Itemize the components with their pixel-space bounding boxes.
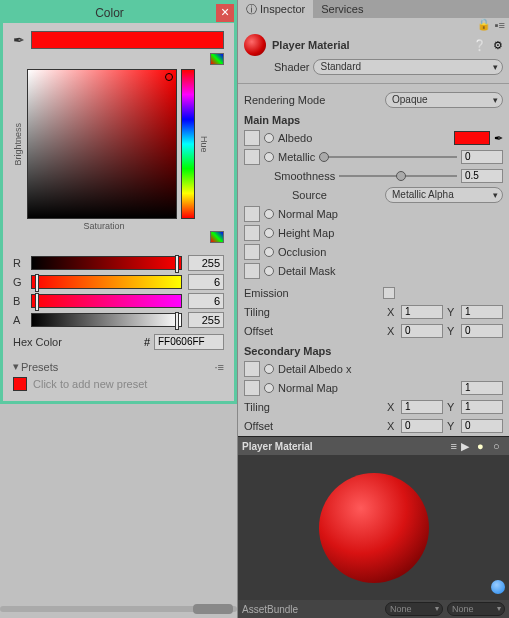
source-label: Source (292, 189, 327, 201)
light-icon[interactable]: ● (477, 440, 489, 452)
detail-albedo-radio[interactable] (264, 364, 274, 374)
g-label: G (13, 276, 25, 288)
palette-icon[interactable] (210, 53, 224, 65)
info-icon: ⓘ (246, 2, 257, 17)
metallic-radio[interactable] (264, 152, 274, 162)
shader-dropdown[interactable]: Standard (313, 59, 503, 75)
preset-swatch[interactable] (13, 377, 27, 391)
tab-services[interactable]: Services (313, 0, 371, 18)
tiling2-x[interactable]: 1 (401, 400, 443, 414)
tiling2-y[interactable]: 1 (461, 400, 503, 414)
rendering-mode-dropdown[interactable]: Opaque (385, 92, 503, 108)
scroll-thumb[interactable] (193, 604, 233, 614)
heightmap-radio[interactable] (264, 228, 274, 238)
normalmap-texture-slot[interactable] (244, 206, 260, 222)
albedo-texture-slot[interactable] (244, 130, 260, 146)
metallic-label: Metallic (278, 151, 315, 163)
material-name: Player Material (272, 39, 467, 51)
help-icon[interactable]: ❔ (473, 39, 487, 52)
r-value[interactable]: 255 (188, 255, 224, 271)
detailmask-radio[interactable] (264, 266, 274, 276)
light-gizmo-icon[interactable] (491, 580, 505, 594)
tiling-y[interactable]: 1 (461, 305, 503, 319)
assetbundle-variant-dropdown[interactable]: None (447, 602, 505, 616)
close-button[interactable]: × (216, 4, 234, 22)
occlusion-radio[interactable] (264, 247, 274, 257)
saturation-value-area[interactable] (27, 69, 177, 219)
normalmap2-value[interactable]: 1 (461, 381, 503, 395)
material-preview: Player Material ≡ ▶ ● ○ AssetBundle None… (238, 436, 509, 618)
b-label: B (13, 295, 25, 307)
current-color-swatch (31, 31, 224, 49)
emission-label: Emission (244, 287, 289, 299)
preview-title: Player Material (242, 441, 447, 452)
detail-albedo-slot[interactable] (244, 361, 260, 377)
normalmap-radio[interactable] (264, 209, 274, 219)
smoothness-value[interactable]: 0.5 (461, 169, 503, 183)
secondary-maps-header: Secondary Maps (244, 345, 503, 357)
color-picker-title: Color (3, 6, 216, 20)
tiling-x[interactable]: 1 (401, 305, 443, 319)
detailmask-label: Detail Mask (278, 265, 335, 277)
color-picker-titlebar[interactable]: Color × (3, 3, 234, 23)
color-picker-window: Color × ✒ Brightness Hue Saturation R (0, 0, 237, 404)
a-label: A (13, 314, 25, 326)
horizontal-scrollbar[interactable] (0, 602, 237, 616)
b-slider[interactable] (31, 294, 182, 308)
albedo-color[interactable] (454, 131, 490, 145)
add-preset-text[interactable]: Click to add new preset (33, 378, 147, 390)
disclosure-icon: ▾ (13, 360, 19, 373)
preset-menu-icon[interactable]: ∙≡ (215, 361, 224, 373)
albedo-radio[interactable] (264, 133, 274, 143)
material-icon (244, 34, 266, 56)
saturation-label: Saturation (29, 221, 179, 231)
hue-slider[interactable] (181, 69, 195, 219)
metallic-value[interactable]: 0 (461, 150, 503, 164)
offset2-x[interactable]: 0 (401, 419, 443, 433)
normalmap-label: Normal Map (278, 208, 338, 220)
tab-inspector[interactable]: ⓘ Inspector (238, 0, 313, 18)
metallic-texture-slot[interactable] (244, 149, 260, 165)
hex-input[interactable]: FF0606FF (154, 334, 224, 350)
sv-cursor[interactable] (165, 73, 173, 81)
gear-icon[interactable]: ⚙ (493, 39, 503, 52)
metallic-slider[interactable] (319, 150, 457, 164)
normalmap2-label: Normal Map (278, 382, 338, 394)
bar-icon[interactable]: ≡ (451, 440, 457, 452)
heightmap-texture-slot[interactable] (244, 225, 260, 241)
lock-icon[interactable]: 🔒 (477, 18, 491, 31)
slider-mode-icon[interactable] (210, 231, 224, 243)
heightmap-label: Height Map (278, 227, 334, 239)
empty-left-area (0, 404, 237, 618)
smoothness-slider[interactable] (339, 169, 457, 183)
circle-icon[interactable]: ○ (493, 440, 505, 452)
assetbundle-name-dropdown[interactable]: None (385, 602, 443, 616)
a-slider[interactable] (31, 313, 182, 327)
g-value[interactable]: 6 (188, 274, 224, 290)
preview-viewport[interactable] (238, 455, 509, 600)
x-label: X (387, 306, 397, 318)
normalmap2-radio[interactable] (264, 383, 274, 393)
detailmask-texture-slot[interactable] (244, 263, 260, 279)
albedo-label: Albedo (278, 132, 312, 144)
eyedropper-icon[interactable]: ✒ (13, 32, 25, 48)
shader-label: Shader (274, 61, 309, 73)
hex-label: Hex Color (13, 336, 140, 348)
offset-y[interactable]: 0 (461, 324, 503, 338)
context-menu-icon[interactable]: ▪≡ (495, 19, 505, 31)
tiling2-label: Tiling (244, 401, 270, 413)
offset2-y[interactable]: 0 (461, 419, 503, 433)
g-slider[interactable] (31, 275, 182, 289)
source-dropdown[interactable]: Metallic Alpha (385, 187, 503, 203)
presets-header[interactable]: ▾ Presets ∙≡ (13, 360, 224, 373)
b-value[interactable]: 6 (188, 293, 224, 309)
emission-checkbox[interactable] (383, 287, 395, 299)
r-slider[interactable] (31, 256, 182, 270)
a-value[interactable]: 255 (188, 312, 224, 328)
play-icon[interactable]: ▶ (461, 440, 473, 452)
offset-x[interactable]: 0 (401, 324, 443, 338)
presets-label: Presets (21, 361, 58, 373)
eyedropper-icon[interactable]: ✒ (494, 132, 503, 145)
occlusion-texture-slot[interactable] (244, 244, 260, 260)
normalmap2-slot[interactable] (244, 380, 260, 396)
